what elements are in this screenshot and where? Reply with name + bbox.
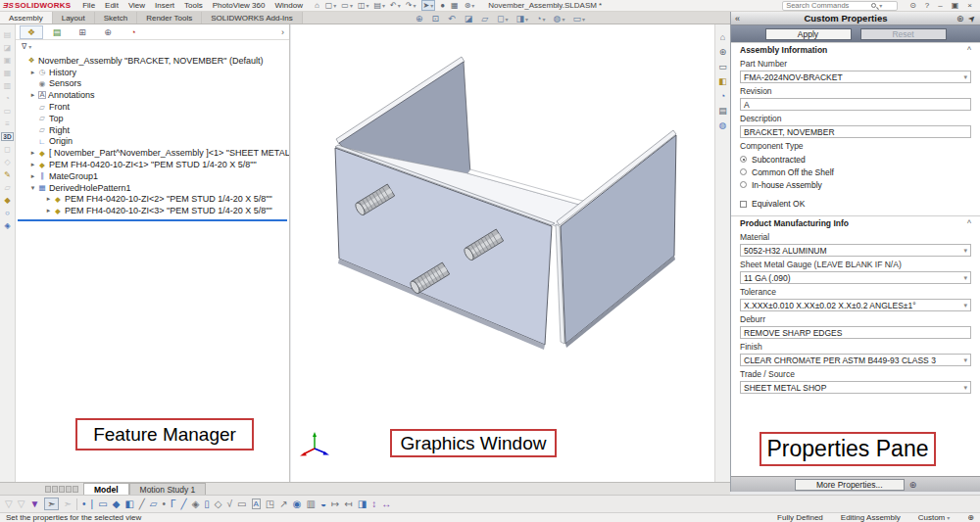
view-tool-icon[interactable]: ◻▾	[497, 14, 509, 24]
collapse-section-icon[interactable]: ^	[967, 45, 971, 55]
sketch-tool-icon[interactable]: ◳	[266, 498, 274, 509]
checkbox-icon[interactable]	[740, 201, 747, 208]
tree-item-label[interactable]: Front	[49, 102, 70, 112]
menu-item[interactable]: View	[128, 1, 145, 10]
view-tool-icon[interactable]: ↶	[448, 14, 457, 24]
view-tool-icon[interactable]: ⊕	[416, 14, 424, 24]
bracket-right-wall[interactable]	[561, 135, 676, 344]
sketch-tool-icon[interactable]: ◇	[215, 498, 222, 509]
menu-item[interactable]: Insert	[155, 1, 174, 10]
feature-tree-item[interactable]: ▱ Front	[16, 101, 289, 113]
view-tool-icon[interactable]: ▭▾	[572, 14, 585, 24]
menu-item[interactable]: PhotoView 360	[213, 1, 266, 10]
tree-expander-icon[interactable]: ▸	[28, 161, 37, 168]
feature-tree-item[interactable]: ◉ Sensors	[16, 78, 289, 90]
pin-icon[interactable]: ➤	[966, 12, 978, 24]
tree-expander-icon[interactable]: ▸	[28, 91, 37, 99]
field-value[interactable]: SHEET METAL SHOP▾	[740, 381, 971, 394]
component-type-radio[interactable]: Subcontracted	[740, 153, 971, 166]
sketch-tool-icon[interactable]: ➣	[44, 498, 58, 510]
left-toolbar-icon[interactable]: ▣	[4, 56, 12, 65]
menu-item[interactable]: Edit	[105, 1, 119, 10]
tree-item-label[interactable]: Right	[49, 125, 70, 135]
sketch-tool-icon[interactable]: ◨	[358, 498, 367, 509]
task-pane-icon[interactable]: ◔	[720, 91, 725, 101]
feature-tree-item[interactable]: ∟ Origin	[16, 136, 289, 148]
feature-tree-item[interactable]: ▸ ◷ History	[16, 67, 289, 78]
radio-icon[interactable]	[740, 156, 747, 163]
feature-tree-item[interactable]: ❖ November_Assembly "BRACKET, NOVEMBER" …	[16, 55, 289, 67]
command-tab[interactable]: Assembly	[0, 12, 53, 24]
sketch-tool-icon[interactable]: ▭	[98, 498, 107, 509]
view-tool-icon[interactable]: ◪	[465, 14, 474, 24]
sketch-tool-icon[interactable]: ↤	[344, 498, 352, 509]
document-tab[interactable]: Model	[83, 483, 129, 495]
feature-manager-tab[interactable]: ⊞	[71, 25, 94, 39]
quick-access-icon[interactable]: ▢▾	[325, 1, 337, 10]
tab-scroll-buttons[interactable]	[45, 486, 78, 493]
quick-access-icon[interactable]: ▦	[451, 1, 460, 10]
quick-access-icon[interactable]: ●	[440, 1, 446, 10]
sketch-tool-icon[interactable]: ▼	[29, 498, 39, 509]
sketch-tool-icon[interactable]: √	[227, 498, 233, 509]
menu-item[interactable]: Tools	[184, 1, 203, 10]
sketch-tool-icon[interactable]: ╱	[181, 498, 187, 509]
feature-tree-item[interactable]: ▸ A Annotations	[16, 89, 289, 101]
tree-expander-icon[interactable]: ▾	[28, 184, 37, 192]
sketch-tool-icon[interactable]: Γ	[171, 498, 176, 509]
left-toolbar-icon[interactable]: ○	[5, 209, 10, 217]
left-toolbar-icon[interactable]: ▤	[4, 30, 12, 39]
search-caret-icon[interactable]: ▾	[879, 2, 882, 9]
window-control-icon[interactable]: ×	[967, 1, 972, 10]
task-pane-icon[interactable]: ⌂	[720, 32, 725, 42]
reset-button[interactable]: Reset	[860, 28, 947, 40]
tree-item-label[interactable]: DerivedHolePattern1	[49, 183, 131, 193]
left-toolbar-icon[interactable]: ◆	[4, 196, 10, 205]
menu-item[interactable]: File	[82, 1, 95, 10]
filter-caret-icon[interactable]: ▾	[28, 43, 31, 50]
feature-tree-item[interactable]: ▸ ◆ PEM FH4-0420-10-ZI<3> "PEM STUD 1/4-…	[16, 205, 289, 216]
sketch-tool-icon[interactable]: ◆	[113, 498, 121, 509]
quick-access-icon[interactable]: ⌂	[315, 1, 320, 10]
feature-tree-item[interactable]: ▸ ∥ MateGroup1	[16, 170, 289, 182]
sketch-tool-icon[interactable]: ▯	[204, 498, 210, 509]
left-toolbar-icon[interactable]: ◔	[5, 94, 10, 103]
tree-item-label[interactable]: PEM FH4-0420-10-ZI<3> "PEM STUD 1/4-20 X…	[65, 206, 272, 215]
left-toolbar-icon[interactable]: ◻	[4, 145, 11, 154]
sketch-tool-icon[interactable]: ◈	[192, 498, 200, 509]
component-type-radio[interactable]: In-house Assembly	[740, 178, 971, 191]
view-tool-icon[interactable]: ▱	[481, 14, 489, 24]
left-toolbar-icon[interactable]: ▦	[4, 69, 12, 77]
tree-expander-icon[interactable]: ▸	[28, 172, 37, 180]
sketch-tool-icon[interactable]: ↔	[381, 498, 391, 509]
view-tool-icon[interactable]: ◨▾	[516, 14, 529, 24]
sketch-tool-icon[interactable]: ↗	[279, 498, 287, 509]
panel-expand-icon[interactable]: ›	[281, 27, 284, 37]
apply-button[interactable]: Apply	[765, 28, 852, 40]
view-tool-icon[interactable]: ⊡	[432, 14, 441, 24]
left-toolbar-icon[interactable]: ◈	[4, 221, 10, 230]
sketch-tool-icon[interactable]: ▽	[5, 498, 13, 509]
feature-tree-item[interactable]: ▸ ◆ PEM FH4-0420-10-ZI<1> "PEM STUD 1/4-…	[16, 159, 289, 170]
menu-item[interactable]: Window	[274, 1, 302, 10]
sketch-tool-icon[interactable]: ◒	[320, 498, 326, 509]
feature-tree-item[interactable]: ▱ Top	[16, 113, 289, 124]
equivalent-ok-checkbox[interactable]: Equivalent OK	[740, 198, 971, 210]
feature-tree-item[interactable]: ▸ ◆ PEM FH4-0420-10-ZI<2> "PEM STUD 1/4-…	[16, 194, 289, 206]
window-control-icon[interactable]: ⊙	[909, 1, 916, 10]
feature-tree-item[interactable]: ▱ Right	[16, 124, 289, 136]
task-pane-icon[interactable]: ▤	[718, 106, 727, 116]
quick-access-icon[interactable]: ➤▾	[421, 0, 436, 11]
globe-icon[interactable]: ⊕	[967, 513, 974, 522]
sketch-tool-icon[interactable]: ↦	[331, 498, 339, 509]
task-pane-icon[interactable]: ◧	[718, 76, 727, 86]
tree-item-label[interactable]: PEM FH4-0420-10-ZI<2> "PEM STUD 1/4-20 X…	[65, 194, 272, 204]
field-value[interactable]: A	[740, 98, 971, 111]
field-value[interactable]: 11 GA (.090)▾	[740, 271, 971, 284]
sketch-tool-icon[interactable]: ▭	[237, 498, 246, 509]
task-pane-icon[interactable]: ▭	[718, 62, 727, 71]
sketch-tool-icon[interactable]: ▽	[18, 498, 25, 509]
left-toolbar-icon[interactable]: ▱	[4, 183, 10, 192]
sketch-tool-icon[interactable]: ▥	[306, 498, 315, 509]
field-value[interactable]: CLEAR CHROMATE PER ASTM B449-93 CLASS 3▾	[740, 354, 971, 366]
